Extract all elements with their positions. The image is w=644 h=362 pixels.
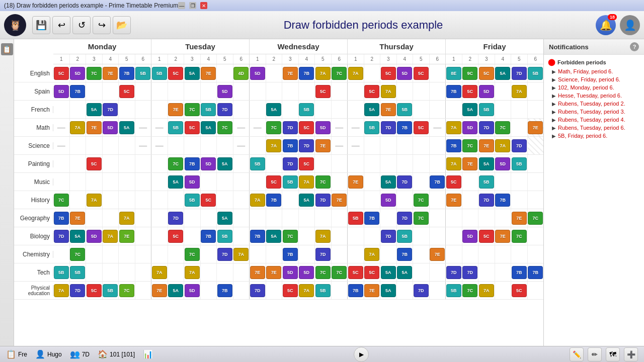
- tile[interactable]: 7A: [479, 284, 494, 297]
- tile[interactable]: 5C: [512, 284, 527, 297]
- tile[interactable]: 7D: [217, 248, 232, 261]
- tile[interactable]: 5C: [168, 230, 183, 243]
- tile[interactable]: 7B: [283, 248, 298, 261]
- tile[interactable]: 5D: [495, 157, 510, 170]
- tile[interactable]: 5D: [87, 230, 102, 243]
- tile[interactable]: 7A: [315, 67, 331, 80]
- tile[interactable]: 5B: [185, 194, 200, 207]
- draw-button[interactable]: ✏️: [570, 347, 584, 361]
- tile[interactable]: 5C: [87, 157, 102, 170]
- tile[interactable]: 7E: [348, 175, 363, 189]
- tile[interactable]: 5C: [266, 175, 281, 189]
- tile[interactable]: 5A: [299, 194, 314, 207]
- tile[interactable]: 5C: [479, 230, 494, 243]
- tile[interactable]: 5B: [315, 284, 331, 297]
- tile[interactable]: 7A: [87, 194, 102, 207]
- tile[interactable]: 5A: [381, 266, 396, 279]
- tile[interactable]: 5B: [479, 175, 494, 189]
- tile[interactable]: 7E: [528, 121, 543, 134]
- tile[interactable]: 5D: [283, 266, 298, 279]
- tile[interactable]: 5A: [381, 175, 396, 189]
- tile[interactable]: 5B: [250, 157, 265, 170]
- tile[interactable]: 5C: [283, 284, 298, 297]
- tile[interactable]: 5A: [87, 103, 102, 116]
- tile[interactable]: 7D: [381, 121, 396, 134]
- tile[interactable]: 7A: [364, 248, 379, 261]
- tile[interactable]: 5D: [70, 67, 85, 80]
- tile[interactable]: 5A: [397, 266, 412, 279]
- titlebar-controls[interactable]: — ❐ ✕: [178, 2, 207, 9]
- tile[interactable]: 7B: [185, 157, 200, 170]
- tile[interactable]: 5B: [446, 284, 461, 297]
- tile[interactable]: 7B: [54, 212, 69, 225]
- tile[interactable]: 7B: [512, 266, 527, 279]
- tile[interactable]: 5B: [168, 121, 183, 134]
- tile[interactable]: 5D: [217, 85, 232, 98]
- tile[interactable]: 7C: [54, 194, 69, 207]
- tile[interactable]: 7D: [299, 139, 314, 152]
- tile[interactable]: 7A: [299, 284, 314, 297]
- tile[interactable]: 7B: [495, 194, 510, 207]
- tile[interactable]: 7D: [315, 248, 331, 261]
- tile[interactable]: 4D: [233, 67, 249, 80]
- redo-back-button[interactable]: ↺: [72, 16, 91, 34]
- tile[interactable]: 7D: [70, 284, 85, 297]
- tile[interactable]: 7D: [397, 175, 412, 189]
- tile[interactable]: 7B: [217, 284, 232, 297]
- tile[interactable]: 7A: [152, 266, 167, 279]
- tile[interactable]: 7B: [430, 175, 445, 189]
- tile[interactable]: 5C: [299, 121, 314, 134]
- tile[interactable]: 5C: [446, 175, 461, 189]
- tile[interactable]: 7D: [168, 212, 183, 225]
- notifications-button[interactable]: 🔔 18: [596, 15, 616, 35]
- tile[interactable]: 7B: [299, 67, 314, 80]
- tile[interactable]: 5A: [479, 157, 494, 170]
- tile[interactable]: 7A: [103, 230, 118, 243]
- tile[interactable]: 5A: [70, 230, 85, 243]
- tile[interactable]: 7B: [266, 194, 281, 207]
- tile[interactable]: 7D: [512, 67, 527, 80]
- tile[interactable]: 7E: [168, 103, 183, 116]
- play-button[interactable]: ▶: [354, 347, 369, 362]
- tile[interactable]: 7C: [283, 230, 298, 243]
- tile[interactable]: 7C: [414, 194, 429, 207]
- pencil-button[interactable]: ✏: [588, 347, 602, 361]
- tile[interactable]: 7B: [348, 284, 363, 297]
- tile[interactable]: 7E: [479, 139, 494, 152]
- tile[interactable]: 5C: [479, 67, 494, 80]
- undo-button[interactable]: ↩: [52, 16, 70, 34]
- tile[interactable]: 7A: [299, 175, 314, 189]
- tile[interactable]: 5D: [201, 157, 216, 170]
- tile[interactable]: 7E: [430, 248, 445, 261]
- notif-item-6[interactable]: ▶ Rubens, Tuesday, period 4.: [544, 116, 644, 124]
- tile[interactable]: 5D: [250, 67, 265, 80]
- tile[interactable]: 7C: [168, 157, 183, 170]
- tile[interactable]: 5B: [348, 212, 363, 225]
- notif-item-3[interactable]: ▶ Hesse, Tuesday, period 6.: [544, 92, 644, 100]
- tile[interactable]: 7C: [70, 248, 85, 261]
- tile[interactable]: 5C: [364, 266, 379, 279]
- tile[interactable]: 7B: [446, 139, 461, 152]
- tile[interactable]: 7B: [364, 212, 379, 225]
- tile[interactable]: 7E: [119, 230, 134, 243]
- tile[interactable]: 7C: [462, 284, 477, 297]
- tile[interactable]: 5C: [414, 121, 429, 134]
- save-button[interactable]: 💾: [32, 16, 50, 34]
- tile[interactable]: 5B: [512, 157, 527, 170]
- tile[interactable]: 5A: [201, 121, 216, 134]
- tile[interactable]: 5D: [397, 67, 412, 80]
- tile[interactable]: 5C: [364, 85, 379, 98]
- tile[interactable]: 7E: [446, 194, 461, 207]
- tile[interactable]: 5B: [528, 67, 543, 80]
- tile[interactable]: 5B: [54, 266, 69, 279]
- tile[interactable]: 5B: [364, 121, 379, 134]
- tile[interactable]: 5A: [217, 157, 232, 170]
- tile[interactable]: 7E: [266, 266, 281, 279]
- tile[interactable]: 7B: [250, 230, 265, 243]
- tile[interactable]: 7C: [266, 121, 281, 134]
- tile[interactable]: 5A: [185, 67, 200, 80]
- tile[interactable]: 7B: [446, 85, 461, 98]
- tile[interactable]: 7C: [414, 212, 429, 225]
- tile[interactable]: 5B: [152, 67, 167, 80]
- tile[interactable]: 7D: [283, 121, 298, 134]
